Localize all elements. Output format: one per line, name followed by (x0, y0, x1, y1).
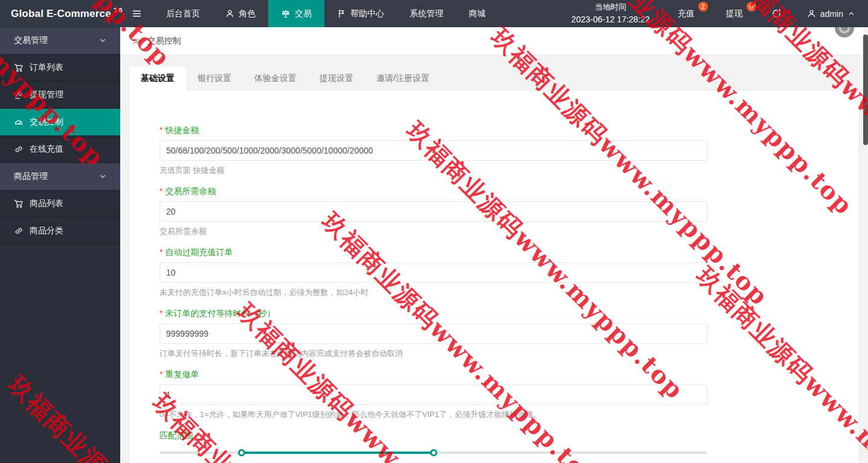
tab-invite-register-settings[interactable]: 邀请/注册设置 (365, 66, 441, 91)
nav-item-mall[interactable]: 商城 (456, 0, 498, 27)
refresh-icon (771, 8, 782, 19)
nav-item-trade[interactable]: 交易 (268, 0, 324, 27)
tab-label: 邀请/注册设置 (376, 73, 429, 84)
tab-label: 提现设置 (320, 73, 353, 84)
tab-trial-fund-settings[interactable]: 体验金设置 (243, 66, 308, 91)
field-help-text: 订单支付等待时长，新下订单未在此时间内容完成支付将会被自动取消 (159, 348, 707, 359)
sidebar-item-label: 商品列表 (30, 198, 63, 209)
basic-settings-form: *快捷金额 充值页面 快捷金额 *交易所需余额 交易所需余额 *自动过期充值订单… (129, 91, 858, 454)
tab-basic-settings[interactable]: 基础设置 (129, 66, 186, 91)
slider-handle-max[interactable] (430, 449, 437, 456)
local-time: 当地时间 2023-06-12 17:28:22 (559, 0, 662, 27)
tab-label: 银行设置 (198, 73, 231, 84)
form-field-repeat-order: *重复做单 0=不允许，1=允许，如果昨天用户做了VIP1级别的单，那么他今天就… (159, 369, 707, 420)
field-label: *未订单的支付等待时长（秒） (159, 308, 707, 319)
tab-label: 体验金设置 (254, 73, 297, 84)
match-range-slider[interactable] (159, 452, 707, 454)
repeat-order-input[interactable] (159, 384, 707, 405)
sidebar-item-label: 交易控制 (30, 117, 63, 128)
scrollbar-thumb[interactable] (863, 34, 868, 145)
withdraw-badge: 0 (747, 2, 756, 11)
sidebar-item-trade-control[interactable]: 交易控制 (0, 109, 120, 136)
tab-withdraw-settings[interactable]: 提现设置 (308, 66, 365, 91)
sidebar-item-product-list[interactable]: 商品列表 (0, 190, 120, 218)
settings-tabs: 基础设置 银行设置 体验金设置 提现设置 邀请/注册设置 (129, 66, 858, 91)
required-asterisk: * (159, 125, 162, 135)
slider-handle-min[interactable] (238, 449, 245, 456)
sidebar-item-online-recharge[interactable]: 在线充值 (0, 136, 120, 163)
sidebar-item-label: 在线充值 (30, 144, 63, 155)
slider-label: 匹配范围 (159, 430, 707, 441)
required-asterisk: * (159, 247, 162, 257)
person-icon (225, 9, 234, 18)
scales-icon (281, 9, 291, 19)
field-label: *重复做单 (159, 369, 707, 380)
chevron-down-icon (98, 172, 107, 181)
recharge-label: 充值 (678, 8, 695, 19)
field-help-text: 充值页面 快捷金额 (159, 165, 707, 176)
vertical-scrollbar[interactable] (863, 27, 868, 463)
cart-icon (14, 199, 24, 209)
double-chevron-icon: ≫ (132, 36, 142, 47)
field-help-text: 0=不允许，1=允许，如果昨天用户做了VIP1级别的单，那么他今天就做不了VIP… (159, 409, 707, 420)
withdraw-label: 提现 (726, 8, 743, 19)
payment-wait-time-input[interactable] (159, 323, 707, 344)
nav-item-label: 系统管理 (410, 8, 443, 19)
tab-label: 基础设置 (141, 73, 175, 84)
top-nav-right: 当地时间 2023-06-12 17:28:22 充值 2 提现 0 admin (559, 0, 868, 27)
hamburger-icon (132, 8, 142, 19)
sidebar-item-withdraw-management[interactable]: 提现管理 (0, 82, 120, 109)
user-menu[interactable]: admin (794, 0, 868, 27)
gauge-icon (14, 117, 24, 127)
local-time-value: 2023-06-12 17:28:22 (571, 13, 650, 27)
sidebar-group-product-management[interactable]: 商品管理 (0, 163, 120, 190)
required-asterisk: * (159, 369, 162, 379)
sidebar-item-label: 商品分类 (30, 225, 63, 236)
gavel-icon (14, 90, 24, 100)
menu-toggle-button[interactable] (120, 0, 153, 27)
refresh-button[interactable] (759, 0, 794, 27)
sidebar-item-label: 订单列表 (30, 62, 63, 73)
nav-item-label: 交易 (295, 8, 312, 19)
recharge-button[interactable]: 充值 2 (662, 0, 710, 27)
tab-bank-settings[interactable]: 银行设置 (186, 66, 243, 91)
nav-item-roles[interactable]: 角色 (213, 0, 268, 27)
field-label: *交易所需余额 (159, 186, 707, 196)
top-nav: 后台首页 角色 交易 帮助中心 系统管理 商城 (120, 0, 498, 27)
nav-item-label: 角色 (239, 8, 256, 19)
nav-item-system[interactable]: 系统管理 (397, 0, 456, 27)
chevron-up-icon (847, 10, 855, 18)
breadcrumb: ≫ 交易控制 (120, 27, 868, 54)
quick-amount-input[interactable] (159, 140, 707, 161)
form-field-auto-expire-order: *自动过期充值订单 未支付的充值订单x小时后自动过期，必须为整数，如24小时 (159, 247, 707, 298)
sidebar-group-trade-management[interactable]: 交易管理 (0, 27, 120, 54)
sidebar-item-order-list[interactable]: 订单列表 (0, 54, 120, 82)
nav-item-dashboard[interactable]: 后台首页 (153, 0, 213, 27)
app-logo: Global E-Commerce 3.0 (0, 0, 120, 27)
field-label: *自动过期充值订单 (159, 247, 707, 257)
field-help-text: 未支付的充值订单x小时后自动过期，必须为整数，如24小时 (159, 287, 707, 298)
nav-item-label: 帮助中心 (350, 8, 384, 19)
link-icon (14, 144, 24, 154)
sidebar: 交易管理 订单列表 提现管理 交易控制 在线充值 商品管理 (0, 27, 120, 463)
auto-expire-order-input[interactable] (159, 262, 707, 283)
link-icon (14, 226, 24, 236)
field-help-text: 交易所需余额 (159, 226, 707, 237)
match-range-slider-block: 匹配范围 (159, 430, 707, 454)
form-field-required-balance: *交易所需余额 交易所需余额 (159, 186, 707, 237)
local-time-label: 当地时间 (595, 1, 626, 13)
breadcrumb-current: 交易控制 (147, 36, 181, 47)
nav-item-label: 商城 (469, 8, 486, 19)
withdraw-button[interactable]: 提现 0 (710, 0, 759, 27)
recharge-badge: 2 (698, 2, 708, 11)
nav-item-label: 后台首页 (166, 8, 200, 19)
required-balance-input[interactable] (159, 201, 707, 222)
nav-item-help-center[interactable]: 帮助中心 (324, 0, 397, 27)
content-card: 基础设置 银行设置 体验金设置 提现设置 邀请/注册设置 *快捷金额 充值页面 … (129, 66, 858, 463)
user-name: admin (820, 9, 843, 19)
sidebar-item-product-category[interactable]: 商品分类 (0, 218, 120, 245)
app-title: Global E-Commerce (11, 8, 111, 20)
person-icon (807, 9, 816, 18)
cart-icon (14, 63, 24, 73)
sidebar-group-label: 商品管理 (14, 171, 48, 182)
